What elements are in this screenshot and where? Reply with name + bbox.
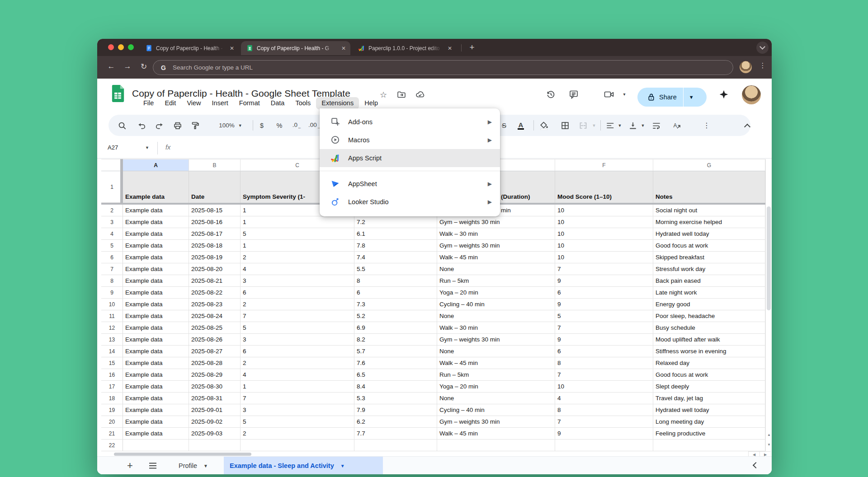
cell-f21[interactable]: 9 <box>555 428 653 440</box>
cell-g8[interactable]: Back pain eased <box>653 275 765 287</box>
cell-f22[interactable] <box>555 440 653 451</box>
toolbar-collapse-icon[interactable] <box>742 115 753 136</box>
browser-profile-avatar[interactable] <box>740 61 752 73</box>
row-number[interactable]: 3 <box>101 216 123 228</box>
menu-tools[interactable]: Tools <box>290 97 316 109</box>
redo-icon[interactable] <box>154 115 165 136</box>
row-number[interactable]: 21 <box>101 428 123 440</box>
cell-a11[interactable]: Example data <box>123 310 189 322</box>
gemini-sparkle-icon[interactable] <box>719 89 729 99</box>
cell-f15[interactable]: 8 <box>555 357 653 369</box>
row-number[interactable]: 9 <box>101 287 123 299</box>
cell-d17[interactable]: 8.4 <box>354 381 437 393</box>
window-minimize-button[interactable] <box>118 44 124 50</box>
cell-b10[interactable]: 2025-08-23 <box>189 299 241 310</box>
cell-g15[interactable]: Relaxed day <box>653 357 765 369</box>
cell-a19[interactable]: Example data <box>123 404 189 416</box>
cell-g12[interactable]: Busy schedule <box>653 322 765 334</box>
row-number[interactable]: 7 <box>101 263 123 275</box>
format-percent-button[interactable]: % <box>274 115 285 136</box>
browser-tab-active[interactable]: Copy of Paperclip - Health - G ✕ <box>241 41 350 55</box>
cell-d20[interactable]: 6.2 <box>354 416 437 428</box>
cell-b13[interactable]: 2025-08-26 <box>189 334 241 346</box>
cell-g6[interactable]: Skipped breakfast <box>653 252 765 263</box>
row-number[interactable]: 5 <box>101 240 123 252</box>
cell-g22[interactable] <box>653 440 765 451</box>
row-number[interactable]: 22 <box>101 440 123 451</box>
cell-e22[interactable] <box>437 440 555 451</box>
cell-g11[interactable]: Poor sleep, headache <box>653 310 765 322</box>
scroll-up-icon[interactable]: ▲ <box>766 432 772 438</box>
cell-a13[interactable]: Example data <box>123 334 189 346</box>
cell-a22[interactable] <box>123 440 189 451</box>
browser-tab[interactable]: Paperclip 1.0.0 - Project edito ✕ <box>353 41 457 55</box>
cell-e20[interactable]: Gym – weights 30 min <box>437 416 555 428</box>
cell-b6[interactable]: 2025-08-19 <box>189 252 241 263</box>
cell-a10[interactable]: Example data <box>123 299 189 310</box>
cell-a14[interactable]: Example data <box>123 346 189 357</box>
cell-c13[interactable]: 3 <box>241 334 354 346</box>
menu-help[interactable]: Help <box>359 97 383 109</box>
cell-b2[interactable]: 2025-08-15 <box>189 205 241 216</box>
cell-g7[interactable]: Stressful work day <box>653 263 765 275</box>
tab-close-icon[interactable]: ✕ <box>448 45 452 51</box>
meet-dropdown-arrow[interactable]: ▾ <box>619 92 629 102</box>
cell-g13[interactable]: Mood uplifted after walk <box>653 334 765 346</box>
row-number[interactable]: 4 <box>101 228 123 240</box>
cell-c22[interactable] <box>241 440 354 451</box>
cell-d16[interactable]: 6.5 <box>354 369 437 381</box>
cell-e7[interactable]: None <box>437 263 555 275</box>
version-history-icon[interactable] <box>546 89 556 99</box>
cell-c18[interactable]: 7 <box>241 393 354 404</box>
cell-b15[interactable]: 2025-08-28 <box>189 357 241 369</box>
cell-f3[interactable]: 10 <box>555 216 653 228</box>
row-number[interactable]: 2 <box>101 205 123 216</box>
cell-b17[interactable]: 2025-08-30 <box>189 381 241 393</box>
tab-close-icon[interactable]: ✕ <box>230 45 234 51</box>
cell-a4[interactable]: Example data <box>123 228 189 240</box>
cell-d3[interactable]: 7.2 <box>354 216 437 228</box>
cell-c12[interactable]: 5 <box>241 322 354 334</box>
cell-c6[interactable]: 2 <box>241 252 354 263</box>
cell-e8[interactable]: Run – 5km <box>437 275 555 287</box>
header-cell-b[interactable]: Date <box>189 171 241 203</box>
menu-file[interactable]: File <box>138 97 159 109</box>
scroll-down-icon[interactable]: ▼ <box>766 442 772 448</box>
cell-d15[interactable]: 7.6 <box>354 357 437 369</box>
cell-f10[interactable]: 9 <box>555 299 653 310</box>
row-number[interactable]: 15 <box>101 357 123 369</box>
cell-g16[interactable]: Good focus at work <box>653 369 765 381</box>
zoom-select[interactable]: 100%▼ <box>217 115 244 136</box>
cell-a5[interactable]: Example data <box>123 240 189 252</box>
cell-a15[interactable]: Example data <box>123 357 189 369</box>
account-avatar[interactable] <box>742 85 761 104</box>
cell-e9[interactable]: Yoga – 20 min <box>437 287 555 299</box>
cell-a20[interactable]: Example data <box>123 416 189 428</box>
grid-corner-box[interactable] <box>101 159 123 171</box>
cell-g5[interactable]: Good focus at work <box>653 240 765 252</box>
decrease-decimals-button[interactable]: .0← <box>292 115 302 136</box>
cell-b16[interactable]: 2025-08-29 <box>189 369 241 381</box>
share-button[interactable]: Share ▼ <box>637 88 707 107</box>
forward-button[interactable]: → <box>122 62 133 71</box>
cell-a16[interactable]: Example data <box>123 369 189 381</box>
cell-e6[interactable]: Walk – 45 min <box>437 252 555 263</box>
cell-b11[interactable]: 2025-08-24 <box>189 310 241 322</box>
fill-color-icon[interactable] <box>538 115 549 136</box>
row-number[interactable]: 12 <box>101 322 123 334</box>
column-header-b[interactable]: B <box>189 159 241 171</box>
cell-c16[interactable]: 4 <box>241 369 354 381</box>
cell-f9[interactable]: 6 <box>555 287 653 299</box>
header-cell-f[interactable]: Mood Score (1–10) <box>555 171 653 203</box>
sheet-tab-active[interactable]: Example data - Sleep and Activity ▼ <box>224 457 383 474</box>
extensions-menu-item-apps-script[interactable]: Apps Script <box>320 149 500 167</box>
vertical-align-dropdown[interactable]: ▼ <box>637 115 648 136</box>
cell-d14[interactable]: 5.7 <box>354 346 437 357</box>
cell-f8[interactable]: 9 <box>555 275 653 287</box>
cell-g4[interactable]: Hydrated well today <box>653 228 765 240</box>
cell-f14[interactable]: 6 <box>555 346 653 357</box>
cell-d19[interactable]: 7.9 <box>354 404 437 416</box>
cell-e3[interactable]: Gym – weights 30 min <box>437 216 555 228</box>
back-button[interactable]: ← <box>106 62 117 71</box>
cell-g14[interactable]: Stiffness worse in evening <box>653 346 765 357</box>
